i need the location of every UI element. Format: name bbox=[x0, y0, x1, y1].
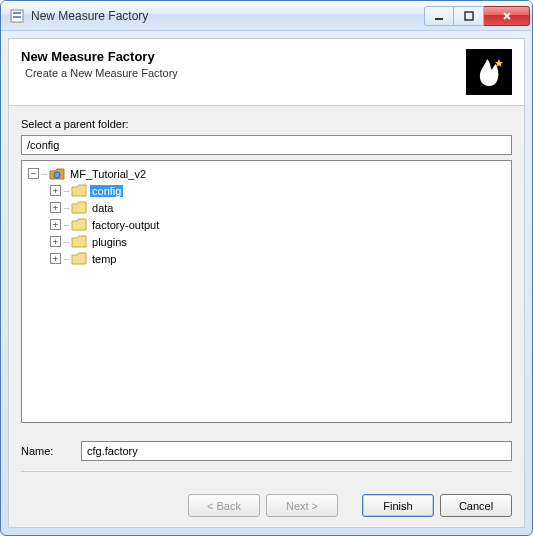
wizard-body: Select a parent folder: − ···· MF_Tutori… bbox=[9, 106, 524, 484]
tree-item-label[interactable]: data bbox=[90, 202, 115, 214]
name-input[interactable] bbox=[81, 441, 512, 461]
folder-icon bbox=[71, 218, 87, 232]
folder-icon bbox=[71, 184, 87, 198]
next-button[interactable]: Next > bbox=[266, 494, 338, 517]
tree-item-label[interactable]: factory-output bbox=[90, 219, 161, 231]
folder-icon bbox=[71, 235, 87, 249]
close-button[interactable] bbox=[484, 6, 530, 26]
tree-expander-icon[interactable]: − bbox=[28, 168, 39, 179]
tree-root-label[interactable]: MF_Tutorial_v2 bbox=[68, 168, 148, 180]
tree-item[interactable]: + ···· plugins bbox=[24, 233, 509, 250]
back-button[interactable]: < Back bbox=[188, 494, 260, 517]
project-icon bbox=[49, 167, 65, 181]
wizard-header: New Measure Factory Create a New Measure… bbox=[9, 39, 524, 106]
svg-point-7 bbox=[54, 172, 60, 178]
tree-item-label[interactable]: temp bbox=[90, 253, 118, 265]
tree-expander-icon[interactable]: + bbox=[50, 185, 61, 196]
folder-icon bbox=[71, 201, 87, 215]
svg-rect-4 bbox=[465, 12, 473, 20]
tree-expander-icon[interactable]: + bbox=[50, 236, 61, 247]
dialog-content: New Measure Factory Create a New Measure… bbox=[8, 38, 525, 528]
tree-item[interactable]: + ···· config bbox=[24, 182, 509, 199]
separator bbox=[21, 471, 512, 472]
minimize-button[interactable] bbox=[424, 6, 454, 26]
tree-item[interactable]: + ···· data bbox=[24, 199, 509, 216]
tree-item-label[interactable]: plugins bbox=[90, 236, 129, 248]
svg-rect-1 bbox=[13, 12, 21, 14]
name-label: Name: bbox=[21, 445, 71, 457]
maximize-button[interactable] bbox=[454, 6, 484, 26]
wizard-logo-icon bbox=[466, 49, 512, 95]
wizard-button-bar: < Back Next > Finish Cancel bbox=[9, 484, 524, 527]
wizard-title: New Measure Factory bbox=[21, 49, 466, 64]
tree-item[interactable]: + ···· factory-output bbox=[24, 216, 509, 233]
tree-expander-icon[interactable]: + bbox=[50, 219, 61, 230]
folder-tree[interactable]: − ···· MF_Tutorial_v2 + ···· bbox=[21, 160, 512, 423]
wizard-subtitle: Create a New Measure Factory bbox=[21, 67, 466, 79]
cancel-button[interactable]: Cancel bbox=[440, 494, 512, 517]
svg-rect-2 bbox=[13, 16, 21, 18]
folder-icon bbox=[71, 252, 87, 266]
tree-item[interactable]: + ···· temp bbox=[24, 250, 509, 267]
parent-folder-input[interactable] bbox=[21, 135, 512, 155]
tree-root[interactable]: − ···· MF_Tutorial_v2 bbox=[24, 165, 509, 182]
tree-expander-icon[interactable]: + bbox=[50, 202, 61, 213]
tree-expander-icon[interactable]: + bbox=[50, 253, 61, 264]
window-controls bbox=[424, 6, 530, 26]
app-icon bbox=[9, 8, 25, 24]
window-title: New Measure Factory bbox=[31, 9, 424, 23]
svg-rect-3 bbox=[435, 18, 443, 20]
finish-button[interactable]: Finish bbox=[362, 494, 434, 517]
tree-item-label[interactable]: config bbox=[90, 185, 123, 197]
parent-folder-label: Select a parent folder: bbox=[21, 118, 512, 130]
titlebar[interactable]: New Measure Factory bbox=[1, 1, 532, 31]
dialog-window: New Measure Factory New Measure Factory … bbox=[0, 0, 533, 536]
